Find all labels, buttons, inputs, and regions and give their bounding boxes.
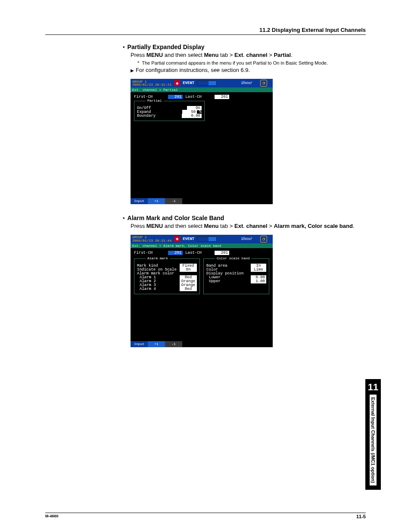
plus-button[interactable]: +1	[148, 198, 165, 204]
input-button[interactable]: Input	[131, 341, 148, 347]
config-ref-row: ▶ For configuration instructions, see se…	[131, 67, 366, 75]
alarm-title: Alarm Mark and Color Scale Band	[128, 215, 224, 221]
first-ch-value[interactable]: 201	[168, 251, 183, 255]
chapter-tab: 11 External Input Channels (/MC1 option)	[365, 379, 381, 490]
chapter-title: External Input Channels (/MC1 option)	[370, 395, 377, 485]
partial-fieldset: Partial On/OffOn Expand50 % Boundary0.00	[134, 101, 205, 121]
bullet-dot: •	[123, 215, 125, 222]
bullet-partial: • Partially Expanded Display	[123, 44, 366, 51]
last-ch-value[interactable]: 201	[215, 251, 229, 255]
main-content: • Partially Expanded Display Press MENU …	[123, 44, 366, 347]
asterisk: *	[137, 60, 139, 66]
boundary-value[interactable]: 0.00	[182, 114, 202, 118]
first-ch-value[interactable]: 201	[168, 95, 183, 99]
duration-label: 1hour	[241, 237, 252, 241]
page-header: 11.2 Displaying External Input Channels	[45, 26, 366, 35]
shot2-header: GROUP 1 2008/01/23 20:31:44 ◉ EVENT 1hou…	[131, 235, 273, 243]
shot2-body: First-CH 201 Last-CH 201 Alarm mark Mark…	[131, 248, 273, 341]
event-label: EVENT	[183, 81, 194, 85]
clock-icon: ◔	[260, 80, 267, 87]
page-number: 11-5	[356, 514, 366, 519]
shot1-body: First-CH 201 Last-CH 201 Partial On/OffO…	[131, 92, 273, 198]
shot1-header: GROUP 1 2008/01/23 20:31:21 ◉ EVENT 1hou…	[131, 79, 273, 87]
event-bar	[197, 236, 217, 242]
chapter-number: 11	[365, 379, 381, 395]
page-footer: M-4660 11-5	[45, 513, 366, 519]
record-icon: ◉	[174, 80, 180, 86]
minus-button[interactable]: -1	[165, 341, 182, 347]
record-icon: ◉	[174, 236, 180, 242]
indicate-value[interactable]: On	[180, 268, 197, 272]
shot2-footer: Input +1 -1	[131, 341, 273, 347]
bullet-alarm: • Alarm Mark and Color Scale Band	[123, 215, 366, 222]
bullet-dot: •	[123, 44, 125, 51]
triangle-icon: ▶	[131, 67, 134, 75]
screenshot-alarm: GROUP 1 2008/01/23 20:31:44 ◉ EVENT 1hou…	[131, 235, 273, 347]
alarm-instruction: Press MENU and then select Menu tab > Ex…	[131, 222, 366, 230]
band-color-value[interactable]: Lime	[251, 268, 266, 272]
partial-instruction: Press MENU and then select Menu tab > Ex…	[131, 51, 366, 59]
color-scale-fieldset: Color scale band Band areaIn ColorLime D…	[203, 258, 269, 294]
alarm4-value[interactable]: Red	[180, 287, 197, 291]
partial-note: * The Partial command appears in the men…	[137, 60, 366, 66]
doc-id: M-4660	[45, 514, 59, 519]
alarm-mark-fieldset: Alarm mark Mark kindFixed Indicate on Sc…	[134, 258, 200, 294]
section-header: 11.2 Displaying External Input Channels	[259, 27, 366, 33]
channel-row: First-CH 201 Last-CH 201	[134, 251, 269, 255]
shot1-footer: Input +1 -1	[131, 198, 273, 204]
last-ch-value[interactable]: 201	[215, 95, 229, 99]
upper-value[interactable]: 1.00	[251, 279, 266, 283]
input-button[interactable]: Input	[131, 198, 148, 204]
minus-button[interactable]: -1	[165, 198, 182, 204]
shot2-breadcrumb: Ext. channel > Alarm mark, Color scale b…	[131, 243, 273, 248]
group-datetime: GROUP 1 2008/01/23 20:31:21	[132, 80, 171, 86]
group-datetime: GROUP 1 2008/01/23 20:31:44	[132, 236, 171, 242]
screenshot-partial: GROUP 1 2008/01/23 20:31:21 ◉ EVENT 1hou…	[131, 79, 273, 204]
shot1-breadcrumb: Ext. channel > Partial	[131, 87, 273, 92]
event-label: EVENT	[183, 237, 194, 241]
event-bar	[197, 81, 217, 86]
clock-icon: ◔	[260, 236, 267, 243]
duration-label: 1hour	[241, 81, 252, 85]
plus-button[interactable]: +1	[148, 341, 165, 347]
partial-title: Partially Expanded Display	[128, 44, 205, 50]
